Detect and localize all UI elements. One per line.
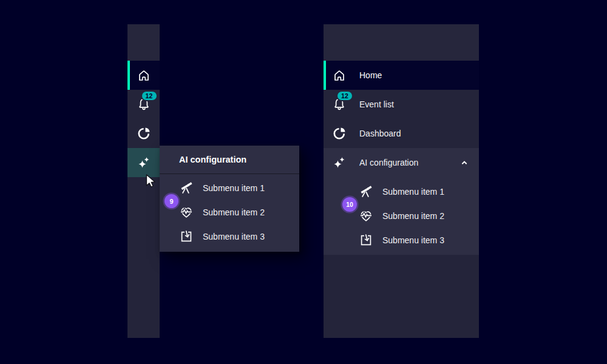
notification-badge: 12: [336, 90, 353, 101]
collapsed-sidebar-header: [127, 24, 160, 61]
box-import-icon: [179, 229, 194, 244]
rail-item-dashboard[interactable]: [127, 119, 160, 148]
submenu-item-label: Submenu item 3: [382, 235, 444, 245]
home-icon: [332, 68, 347, 83]
step-badge-10: 10: [342, 197, 357, 212]
sparkle-icon: [137, 155, 151, 170]
heart-pulse-icon: [179, 205, 194, 220]
submenu-item-3[interactable]: Submenu item 3: [324, 228, 479, 252]
telescope-icon: [359, 184, 373, 199]
rail-item-home[interactable]: [127, 61, 160, 90]
home-icon: [137, 68, 151, 83]
nav-item-ai-configuration[interactable]: AI configuration: [324, 148, 479, 177]
flyout-item-submenu-2[interactable]: Submenu item 2: [160, 200, 299, 224]
nav-item-label: Home: [359, 70, 382, 80]
nav-item-label: AI configuration: [359, 158, 418, 167]
sidebar-filler: [324, 255, 479, 338]
box-import-icon: [359, 233, 373, 248]
nav-item-dashboard[interactable]: Dashboard: [324, 119, 479, 148]
nav-item-event-list[interactable]: 12 Event list: [324, 90, 479, 119]
notification-badge: 12: [141, 90, 158, 101]
flyout-items: Submenu item 1 Submenu item 2: [160, 174, 299, 249]
bell-icon-wrap: 12: [137, 97, 151, 112]
submenu-item-label: Submenu item 2: [382, 211, 444, 221]
telescope-icon: [179, 181, 194, 195]
ai-configuration-submenu: Submenu item 1 Submenu item 2: [324, 177, 479, 255]
active-indicator: [127, 61, 130, 90]
flyout-item-submenu-1[interactable]: Submenu item 1: [160, 176, 299, 200]
heart-pulse-icon: [359, 209, 373, 223]
app-background: 12 AI configuration: [0, 0, 607, 364]
flyout-title: AI configuration: [160, 146, 299, 174]
expanded-sidebar-header: [324, 24, 479, 61]
nav-item-label: Dashboard: [359, 129, 401, 138]
sparkle-icon: [332, 155, 347, 170]
rail-item-event-list[interactable]: 12: [127, 90, 160, 119]
bell-icon-wrap: 12: [332, 97, 347, 112]
step-badge-9: 9: [164, 194, 178, 208]
mouse-cursor: [143, 173, 159, 191]
expanded-sidebar: Home 12 Event list Dashb: [324, 24, 479, 338]
piechart-icon: [332, 126, 347, 141]
ai-configuration-flyout: AI configuration Submenu item 1: [160, 146, 299, 252]
active-indicator: [324, 61, 326, 90]
nav-item-label: Event list: [359, 99, 394, 109]
piechart-icon: [137, 126, 151, 141]
flyout-item-label: Submenu item 1: [203, 183, 265, 193]
flyout-item-label: Submenu item 2: [203, 207, 265, 217]
flyout-item-label: Submenu item 3: [203, 232, 265, 241]
submenu-item-label: Submenu item 1: [382, 187, 444, 197]
nav-item-home[interactable]: Home: [324, 61, 479, 90]
chevron-up-icon[interactable]: [458, 157, 470, 169]
flyout-item-submenu-3[interactable]: Submenu item 3: [160, 224, 299, 249]
